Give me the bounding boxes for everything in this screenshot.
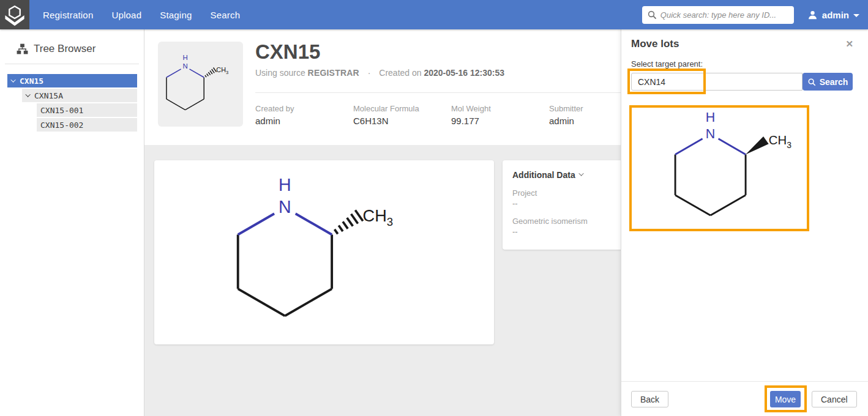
meta-value: C6H13N [353,116,451,126]
meta-created-by: Created by admin [255,104,353,126]
main-menu: Registration Upload Staging Search [43,10,240,20]
chevron-down-icon [853,14,859,17]
search-button-label: Search [820,77,848,87]
svg-text:N: N [182,62,187,70]
move-lots-title: Move lots [631,38,679,50]
source-value: REGISTRAR [308,68,359,78]
quick-search [642,6,794,24]
menu-item-registration[interactable]: Registration [43,10,93,20]
user-name: admin [822,10,849,20]
svg-text:CH3: CH3 [363,206,394,228]
top-navbar: Registration Upload Staging Search admin [0,0,868,29]
svg-text:N: N [706,127,715,141]
target-parent-input[interactable] [631,73,803,91]
tree-browser-title: Tree Browser [34,43,95,55]
tree-node-label: CXN15-002 [40,121,83,130]
tree-icon [17,43,28,54]
tree-node-label: CXN15A [34,91,63,100]
meta-value: 99.177 [451,116,549,126]
source-line: Using source REGISTRAR · Created on 2020… [255,68,504,78]
created-on-label: Created on [379,68,421,78]
compound-header-card: NHCH3 CXN15 Using source REGISTRAR · Cre… [144,29,621,145]
tree-browser-header: Tree Browser [0,29,144,55]
svg-text:H: H [279,179,291,195]
user-icon [807,10,818,20]
svg-text:N: N [279,197,291,217]
structure-canvas-card: NHCH3 [154,160,494,344]
created-on-value: 2020-05-16 12:30:53 [424,68,504,78]
tree-node-cxn15-002[interactable]: CXN15-002 [37,118,137,132]
target-parent-label: Select target parent: [631,59,703,69]
close-icon[interactable]: ✕ [845,39,853,50]
molecule-main-drawing: NHCH3 [217,179,400,327]
tree-node-cxn15a[interactable]: CXN15A [22,89,137,102]
tree-node-cxn15[interactable]: CXN15 [7,74,137,87]
target-structure-preview: NHCH3 [629,105,809,231]
back-button[interactable]: Back [631,391,668,407]
search-icon [647,10,657,20]
sidebar-divider [5,64,139,64]
chevron-down-icon[interactable] [25,92,30,97]
meta-label: Mol Weight [451,104,549,113]
svg-text:CH3: CH3 [769,133,791,149]
quick-search-input[interactable] [642,6,794,24]
cancel-button[interactable]: Cancel [812,391,857,407]
move-lots-panel: Move lots ✕ Select target parent: Search… [621,29,868,416]
tree: CXN15 CXN15A CXN15-001 CXN15-002 [0,74,144,132]
navbar-right: admin [642,6,859,24]
app-root: Registration Upload Staging Search admin [0,0,868,416]
menu-item-staging[interactable]: Staging [160,10,192,20]
main-content: NHCH3 CXN15 Using source REGISTRAR · Cre… [144,29,621,416]
source-label: Using source [255,68,305,78]
additional-data-title: Additional Data [512,170,575,180]
chevron-down-icon[interactable] [578,171,583,176]
menu-item-search[interactable]: Search [210,10,240,20]
svg-text:CH3: CH3 [216,66,228,75]
chevron-down-icon[interactable] [10,77,15,82]
compound-meta: Created by admin Molecular Formula C6H13… [255,104,647,126]
page-title: CXN15 [255,40,320,64]
tree-node-label: CXN15 [20,76,43,86]
svg-text:H: H [182,55,187,61]
user-menu[interactable]: admin [807,10,859,20]
search-icon [807,78,816,86]
app-logo[interactable] [0,0,29,29]
structure-thumbnail: NHCH3 [158,42,243,127]
footer-divider [621,381,868,382]
hexagon-logo-icon [1,1,28,28]
molecule-preview-drawing: NHCH3 [659,113,797,224]
move-button[interactable]: Move [770,391,801,407]
tree-browser-sidebar: Tree Browser CXN15 CXN15A CXN15-001 CXN1… [0,29,144,416]
menu-item-upload[interactable]: Upload [111,10,141,20]
meta-label: Created by [255,104,353,113]
meta-value: admin [255,116,353,126]
search-button[interactable]: Search [803,73,853,91]
meta-mol-weight: Mol Weight 99.177 [451,104,549,126]
svg-text:H: H [706,113,715,125]
dot-separator: · [368,68,371,78]
meta-label: Molecular Formula [353,104,451,113]
tree-node-label: CXN15-001 [40,106,83,115]
molecule-thumbnail-drawing: NHCH3 [158,55,231,114]
tree-node-cxn15-001[interactable]: CXN15-001 [37,103,137,117]
meta-molecular-formula: Molecular Formula C6H13N [353,104,451,126]
header-divider [255,92,621,93]
